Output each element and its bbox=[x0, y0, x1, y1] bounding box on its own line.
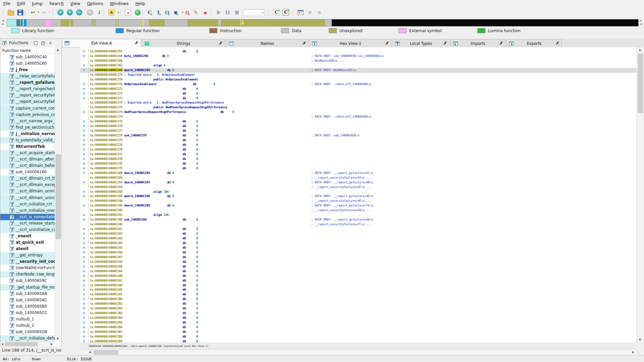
disassembly-view[interactable]: ta:000000014000C25Fdb0ta:000000014000C26… bbox=[80, 47, 636, 343]
function-row[interactable]: fj_free bbox=[0, 67, 55, 73]
disasm-line[interactable]: ta:000000014000C25Fdb0 bbox=[80, 49, 636, 54]
tab-hex-view-1[interactable]: Hex View-1✗ bbox=[310, 39, 391, 47]
function-row[interactable]: f__scrt_acquire_startu bbox=[0, 150, 55, 156]
function-row[interactable]: fat_quick_exit bbox=[0, 239, 55, 246]
function-row[interactable]: f__scrt_uninitialize_cr bbox=[0, 227, 55, 233]
function-row[interactable]: fnullsub_1 bbox=[0, 316, 55, 322]
function-row[interactable]: ffind_pe_section(ucha bbox=[0, 124, 55, 131]
save-file-icon[interactable] bbox=[17, 9, 23, 16]
function-row[interactable]: fNtCurrentTeb bbox=[0, 143, 55, 150]
disasm-line[interactable]: ta:000000014000C2A9db0 bbox=[80, 264, 636, 269]
panel-close-icon[interactable]: ✗ bbox=[49, 41, 52, 45]
function-row[interactable]: fsub_140005C60 bbox=[0, 60, 55, 67]
functions-vertical-scrollbar[interactable]: ▲ ▼ bbox=[55, 47, 61, 342]
nav-forward-caret-icon[interactable]: ▾ bbox=[46, 9, 53, 16]
disasm-line[interactable]: ta:000000014000C273db0 bbox=[80, 96, 636, 101]
add-window-icon[interactable]: ▣+ bbox=[172, 9, 179, 16]
function-row[interactable]: f__report_rangecheck bbox=[0, 86, 55, 92]
menu-item-view[interactable]: View bbox=[67, 0, 84, 7]
disasm-line[interactable]: ta:000000014000C2A0unk_14000C2A0db0; DAT… bbox=[80, 218, 636, 222]
band-left-up-arrow-icon[interactable]: ◂ bbox=[2, 19, 4, 22]
disasm-line[interactable]: ta:000000014000C2ABdb0 bbox=[80, 274, 636, 279]
disasm-line[interactable]: ta:000000014000C298; __report_securityfa… bbox=[80, 208, 636, 213]
tab-close-icon[interactable]: ✗ bbox=[302, 41, 306, 46]
disasm-line[interactable]: ta:000000014000C2B6db0 bbox=[80, 325, 636, 330]
function-row[interactable]: f__security_init_cook bbox=[0, 258, 55, 265]
disasm-line[interactable]: ta:000000014000C27Ddb0 bbox=[80, 157, 636, 162]
disasm-line[interactable]: ta:000000014000C274publicAmdPowerXpressR… bbox=[80, 105, 636, 110]
disasm-line[interactable]: ta:000000014000C276db0 bbox=[80, 124, 636, 129]
disasm-line[interactable]: ta:000000014000C2ADdb0 bbox=[80, 283, 636, 288]
disasm-line[interactable]: ta:000000014000C275db0 bbox=[80, 119, 636, 124]
jump-xref-icon[interactable]: ▭ bbox=[76, 9, 83, 16]
menu-item-jump[interactable]: Jump bbox=[29, 0, 46, 7]
disasm-line[interactable]: ta:000000014000C290qword_14000C290dq0; D… bbox=[80, 194, 636, 199]
open-file-icon[interactable] bbox=[7, 9, 14, 16]
function-row[interactable]: f__scrt_dllmain_excep bbox=[0, 182, 55, 188]
disasm-line[interactable]: ta:000000014000C2A2db0 bbox=[80, 232, 636, 236]
breakpoint-diamond-icon[interactable]: ◆ bbox=[202, 9, 209, 16]
function-row[interactable]: f__scrt_release_startu bbox=[0, 220, 55, 227]
jump-address-icon[interactable]: # bbox=[57, 9, 64, 16]
disasm-line[interactable]: ta:000000014000C2A5db0 bbox=[80, 246, 636, 250]
function-row[interactable]: f__scrt_dllmain_uninit bbox=[0, 195, 55, 201]
disasm-line[interactable]: ta:000000014000C27Cdb0 bbox=[80, 152, 636, 157]
function-row[interactable]: fcapture_current_cont bbox=[0, 105, 55, 112]
tab-close-icon[interactable]: ✗ bbox=[135, 41, 138, 45]
disasm-line[interactable]: ta:000000014000C2A3db0 bbox=[80, 236, 636, 241]
menu-item-search[interactable]: Search bbox=[46, 0, 67, 7]
edit-pencil-icon[interactable]: ✎ bbox=[193, 9, 199, 16]
function-row[interactable]: f_get_startup_file_mo bbox=[0, 284, 55, 291]
function-row[interactable]: fis_potentially_valid_i bbox=[0, 137, 55, 143]
disasm-line[interactable]: ta:000000014000C270; Exported entry 2. N… bbox=[80, 73, 636, 77]
function-row[interactable]: f__scrt_narrow_argv_p bbox=[0, 118, 55, 124]
disasm-line[interactable]: ta:000000014000C27Bdb0 bbox=[80, 147, 636, 152]
disasm-line[interactable]: ta:000000014000C298dword_14000C298dd0; D… bbox=[80, 203, 636, 208]
callees-list-icon[interactable]: ≡ bbox=[316, 9, 323, 16]
function-row[interactable]: fsub_1400065D8 bbox=[0, 329, 55, 335]
disasm-line[interactable]: ta:000000014000C2B9db0 bbox=[80, 339, 636, 343]
tab-imports[interactable]: ◀Imports✗ bbox=[450, 39, 505, 47]
disasm-line[interactable]: ta:000000014000C280dword_14000C280dd0; D… bbox=[80, 171, 636, 176]
jump-disabled-icon[interactable]: → bbox=[87, 9, 93, 16]
disasm-line[interactable]: ta:000000014000C27Fdb0 bbox=[80, 166, 636, 171]
function-row[interactable]: f__scrt_initialize_onex bbox=[0, 207, 55, 214]
disasm-line[interactable]: ta:000000014000C268qword_14000C268dq0; D… bbox=[80, 68, 636, 73]
band-right-down-arrow-icon[interactable]: ◂ bbox=[640, 23, 641, 25]
navigation-band[interactable] bbox=[7, 19, 639, 26]
disasm-line[interactable]: ta:000000014000C27Edb0 bbox=[80, 162, 636, 166]
disasm-line[interactable]: ta:000000014000C2B4db0 bbox=[80, 316, 636, 320]
jump-down-icon[interactable]: ↓ bbox=[96, 9, 103, 16]
function-row[interactable]: f__report_securityfailu bbox=[0, 99, 55, 105]
function-row[interactable]: f__scrt_dllmain_befor bbox=[0, 163, 55, 169]
disasm-line[interactable]: ta:000000014000C2A7db0 bbox=[80, 255, 636, 260]
debug-play-icon[interactable] bbox=[215, 9, 222, 16]
function-row[interactable]: fcharNode::raw_lengt bbox=[0, 271, 55, 278]
function-row[interactable]: fsub_14000659C bbox=[0, 278, 55, 284]
disasm-line[interactable]: ta:000000014000C278unk_14000C278db0; DAT… bbox=[80, 133, 636, 138]
function-name-column-header[interactable]: Function name bbox=[0, 47, 55, 54]
disasm-line[interactable]: ta:000000014000C274AmdPowerXpressRequest… bbox=[80, 110, 636, 115]
function-row[interactable]: fsub_1400065CC bbox=[0, 310, 55, 316]
panel-restore-icon[interactable] bbox=[34, 41, 38, 45]
disasm-line[interactable]: ta:000000014000C2A6db0 bbox=[80, 250, 636, 255]
quick-c-icon[interactable]: C▸ bbox=[273, 9, 280, 16]
add-enum-icon[interactable]: {}+ bbox=[164, 9, 170, 16]
disasm-line[interactable]: ta:000000014000C2B7db0 bbox=[80, 330, 636, 335]
tab-exports[interactable]: ▶Exports✗ bbox=[506, 39, 562, 47]
disasm-line[interactable]: ta:000000014000C270publicNvOptimusEnable… bbox=[80, 77, 636, 82]
function-row[interactable]: f__report_gsfailure bbox=[0, 79, 55, 86]
menu-item-options[interactable]: Options bbox=[84, 0, 107, 7]
add-union-icon[interactable]: I+ bbox=[155, 9, 162, 16]
disasm-line[interactable]: ta:000000014000C2A8db0 bbox=[80, 260, 636, 264]
tab-local-types[interactable]: 0Local Types✗ bbox=[392, 39, 449, 47]
disasm-line[interactable]: ta:000000014000C2AFdb0 bbox=[80, 292, 636, 297]
function-row[interactable]: fUserMathErrorFuncti bbox=[0, 265, 55, 271]
jump-name-icon[interactable]: T bbox=[66, 9, 73, 16]
function-row[interactable]: fnullsub_2 bbox=[0, 322, 55, 329]
disasm-line[interactable]: ta:000000014000C2AEdb0 bbox=[80, 288, 636, 292]
disasm-horizontal-scrollbar[interactable]: ◀ ▶ bbox=[80, 349, 636, 355]
disasm-line[interactable]: ta:000000014000C2A0; __report_securityfa… bbox=[80, 222, 636, 227]
disasm-line[interactable]: ta:000000014000C279db0 bbox=[80, 138, 636, 143]
disasm-line[interactable]: ta:000000014000C284dword_14000C284dd0; D… bbox=[80, 180, 636, 185]
